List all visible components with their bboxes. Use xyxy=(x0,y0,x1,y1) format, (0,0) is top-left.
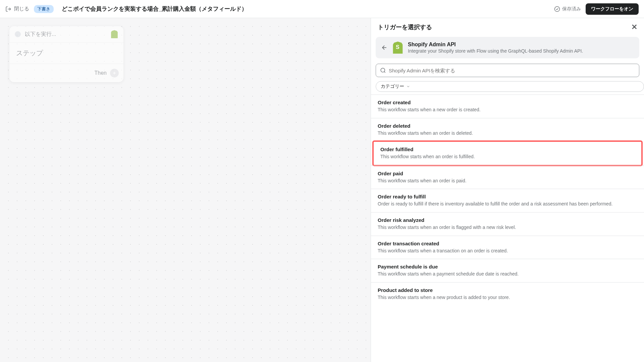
search-wrapper xyxy=(376,64,639,77)
trigger-item[interactable]: Order deletedThis workflow starts when a… xyxy=(371,118,644,141)
flow-card-head-text: 以下を実行... xyxy=(25,31,107,38)
trigger-item-desc: This workflow starts when a transaction … xyxy=(378,248,637,254)
trigger-item-title: Order deleted xyxy=(378,123,637,129)
trigger-item-title: Order created xyxy=(378,100,637,105)
trigger-item-desc: This workflow starts when an order is fl… xyxy=(378,224,637,231)
api-name: Shopify Admin API xyxy=(408,42,634,48)
shopify-icon xyxy=(111,30,118,38)
plus-icon xyxy=(112,71,117,75)
trigger-item-desc: Order is ready to fulfill if there is in… xyxy=(378,201,637,207)
arrow-left-icon xyxy=(381,44,388,51)
status-dot-icon xyxy=(15,31,21,37)
trigger-item-title: Payment schedule is due xyxy=(378,264,637,269)
page-title: どこポイで会員ランクを実装する場合_累計購入金額（メタフィールド） xyxy=(62,5,247,13)
trigger-list: Order createdThis workflow starts when a… xyxy=(371,95,644,362)
trigger-item[interactable]: Order transaction createdThis workflow s… xyxy=(371,236,644,259)
search-box[interactable] xyxy=(376,64,639,77)
trigger-item-desc: This workflow starts when an order is fu… xyxy=(380,154,635,160)
flow-card-footer: Then xyxy=(9,64,123,82)
saved-label: 保存済み xyxy=(562,6,581,12)
search-icon xyxy=(380,67,386,73)
shopify-logo-icon xyxy=(392,42,403,54)
flow-card-body: ステップ xyxy=(9,43,123,64)
draft-badge: 下書き xyxy=(34,5,54,13)
trigger-item-title: Order fulfilled xyxy=(380,146,635,152)
close-label: 閉じる xyxy=(14,6,29,12)
trigger-item-desc: This workflow starts when an order is de… xyxy=(378,130,637,137)
topbar: 閉じる 下書き どこポイで会員ランクを実装する場合_累計購入金額（メタフィールド… xyxy=(0,0,644,18)
add-step-button[interactable] xyxy=(110,69,119,77)
category-dropdown[interactable]: カテゴリー xyxy=(376,81,644,92)
check-circle-icon xyxy=(554,6,560,12)
flow-step-card[interactable]: 以下を実行... ステップ Then xyxy=(9,26,123,82)
flow-card-header: 以下を実行... xyxy=(9,26,123,43)
workflow-canvas[interactable]: 以下を実行... ステップ Then xyxy=(0,18,371,362)
trigger-item-title: Order paid xyxy=(378,171,637,176)
trigger-item-title: Order transaction created xyxy=(378,241,637,246)
trigger-panel: トリガーを選択する ✕ Shopify Admin API Integrate … xyxy=(371,18,644,362)
trigger-item-desc: This workflow starts when a new order is… xyxy=(378,107,637,113)
trigger-item[interactable]: Order ready to fulfillOrder is ready to … xyxy=(371,189,644,212)
trigger-item-desc: This workflow starts when a payment sche… xyxy=(378,271,637,278)
trigger-item-title: Order ready to fulfill xyxy=(378,194,637,199)
trigger-item[interactable]: Payment schedule is dueThis workflow sta… xyxy=(371,259,644,282)
close-button[interactable]: 閉じる xyxy=(5,6,29,12)
main: 以下を実行... ステップ Then トリガーを選択する ✕ Shopify A… xyxy=(0,18,644,362)
close-panel-button[interactable]: ✕ xyxy=(631,23,637,32)
api-text: Shopify Admin API Integrate your Shopify… xyxy=(408,42,634,54)
search-input[interactable] xyxy=(389,68,635,73)
trigger-item-title: Product added to store xyxy=(378,287,637,293)
trigger-item[interactable]: Order fulfilledThis workflow starts when… xyxy=(372,140,643,166)
exit-icon xyxy=(5,6,11,12)
chevron-down-icon xyxy=(406,84,410,88)
then-label: Then xyxy=(95,70,107,76)
api-info-card: Shopify Admin API Integrate your Shopify… xyxy=(376,37,639,58)
api-desc: Integrate your Shopify store with Flow u… xyxy=(408,48,634,54)
trigger-item-desc: This workflow starts when a new product … xyxy=(378,294,637,301)
trigger-item-desc: This workflow starts when an order is pa… xyxy=(378,178,637,184)
saved-status: 保存済み xyxy=(554,6,581,12)
svg-point-5 xyxy=(381,68,385,72)
panel-header: トリガーを選択する ✕ xyxy=(371,18,644,35)
trigger-item[interactable]: Order paidThis workflow starts when an o… xyxy=(371,166,644,189)
trigger-item[interactable]: Order risk analyzedThis workflow starts … xyxy=(371,212,644,236)
topbar-right: 保存済み ワークフローをオン xyxy=(554,3,639,15)
workflow-on-button[interactable]: ワークフローをオン xyxy=(586,3,639,15)
svg-line-6 xyxy=(384,71,385,72)
topbar-left: 閉じる 下書き どこポイで会員ランクを実装する場合_累計購入金額（メタフィールド… xyxy=(5,5,247,13)
trigger-item-title: Order risk analyzed xyxy=(378,217,637,223)
trigger-item[interactable]: Product added to storeThis workflow star… xyxy=(371,282,644,306)
panel-title: トリガーを選択する xyxy=(378,23,432,31)
svg-point-1 xyxy=(555,6,560,11)
category-label: カテゴリー xyxy=(381,83,404,89)
back-button[interactable] xyxy=(381,44,388,51)
trigger-item[interactable]: Order createdThis workflow starts when a… xyxy=(371,95,644,118)
